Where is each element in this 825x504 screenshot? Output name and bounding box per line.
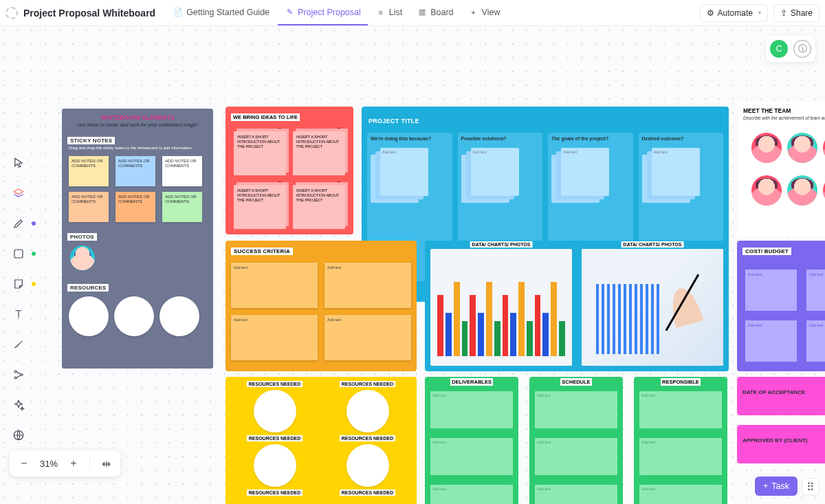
green-note[interactable]: Add text [535,391,617,428]
cost-note[interactable]: Add text [806,320,825,362]
cost-note[interactable]: Add text [745,270,797,311]
deliverables-panel[interactable]: DELIVERABLES Add text Add text Add text [425,377,518,504]
resource-header: RESOURCES NEEDED [340,490,395,496]
project-title-header: PROJECT TITLE [368,118,723,124]
zoom-value[interactable]: 31% [40,459,58,469]
text-tool[interactable] [11,307,26,322]
sticky-notes-header: STICKY NOTES [67,137,115,144]
team-avatar[interactable] [787,133,817,163]
board-icon: ▥ [417,8,427,17]
canvas[interactable]: C ⓘ − 31% + ⇹ + Task ⠿ WHITEBOARD ELEMEN… [0,26,825,504]
sticky-note-orange[interactable]: ADD NOTES OR COMMENTS [116,192,155,222]
svg-point-1 [14,371,16,373]
acceptance-panel[interactable]: DATE OF ACCEPTANCE [737,377,825,415]
charts-panel[interactable]: DATA/ CHARTS/ PHOTOS DATA/ CHARTS/ PHOTO… [425,241,729,371]
select-tool[interactable] [11,155,26,171]
sticky-note-white[interactable]: ADD NOTES OR COMMENTS [162,156,202,186]
cost-panel[interactable]: COST/ BUDGET Add text Add text Add text … [737,241,825,371]
tab-label: View [482,8,500,17]
tab-list[interactable]: ≡ List [369,1,409,25]
web-tool[interactable] [11,428,26,443]
green-note[interactable]: Add text [430,438,513,475]
approved-panel[interactable]: APPROVED BY (CLIENT) [737,425,825,463]
tab-add-view[interactable]: + View [462,1,507,25]
success-note[interactable]: Add text [324,315,411,360]
idea-note[interactable]: INSERT A SHORT INTRODUCTION ABOUT THE PR… [293,131,345,175]
team-subtitle: Describe with the achievement of team ac… [743,116,825,120]
sticky-note-peach[interactable]: ADD NOTES OR COMMENTS [69,192,109,222]
note-hint: Add text [380,148,428,196]
chart-box[interactable]: DATA/ CHARTS/ PHOTOS [579,243,726,369]
resource-circle[interactable] [346,390,389,432]
resource-circle[interactable] [160,296,199,336]
idea-note[interactable]: INSERT A SHORT INTRODUCTION ABOUT THE PR… [234,185,286,229]
column-header: The goals of the project? [551,136,630,141]
tab-label: Getting Started Guide [186,8,270,17]
relationship-tool[interactable] [11,367,26,382]
team-avatar[interactable] [787,175,817,206]
success-note[interactable]: Add text [231,315,318,360]
sticky-note-blue[interactable]: ADD NOTES OR COMMENTS [116,156,155,186]
success-note[interactable]: Add text [324,263,411,308]
resource-circle[interactable] [114,296,154,336]
sticky-note-green[interactable]: ADD NOTES OR COMMENTS [162,192,202,222]
chart-box[interactable]: DATA/ CHARTS/ PHOTOS [428,243,575,369]
green-note[interactable]: Add text [639,391,722,428]
pen-tool[interactable] [11,216,26,231]
info-button[interactable]: ⓘ [793,40,811,58]
sticky-note-yellow[interactable]: ADD NOTES OR COMMENTS [69,156,109,186]
ai-tool[interactable] [11,397,26,413]
user-avatar[interactable]: C [770,40,788,58]
tab-board[interactable]: ▥ Board [410,1,460,25]
team-avatar[interactable] [751,133,782,163]
tab-project-proposal[interactable]: ✎ Project Proposal [278,1,368,25]
plus-icon: + [469,8,478,17]
photo-placeholder[interactable] [70,245,95,270]
photos-header: PHOTOS [67,233,97,241]
sticky-tool[interactable] [11,276,26,292]
connector-tool[interactable] [11,337,26,352]
resource-circle[interactable] [69,296,109,336]
team-panel[interactable]: MEET THE TEAM Describe with the achievem… [738,102,825,237]
pen-icon [12,217,25,230]
green-note[interactable]: Add text [430,391,513,428]
resource-header: RESOURCES NEEDED [340,381,395,387]
green-note[interactable]: Add text [535,438,617,475]
share-button[interactable]: ⇪ Share [773,4,820,22]
template-tool[interactable] [11,186,26,201]
green-note[interactable]: Add text [639,485,722,504]
chart-header: DATA/ CHARTS/ PHOTOS [622,241,684,248]
doc-icon: 📄 [173,8,183,17]
schedule-header: SCHEDULE [560,378,591,386]
note-hint: Add text [561,148,609,196]
responsible-panel[interactable]: RESPONSIBLE Add text Add text Add text [634,377,727,504]
idea-note[interactable]: INSERT A SHORT INTRODUCTION ABOUT THE PR… [293,185,345,229]
zoom-out-button[interactable]: − [18,457,30,470]
schedule-panel[interactable]: SCHEDULE Add text Add text Add text [529,377,623,504]
success-note[interactable]: Add text [231,263,318,308]
automate-button[interactable]: ⚙ Automate ▾ [700,4,768,22]
stack-icon [12,187,25,199]
ideas-panel[interactable]: WE BRING IDEAS TO LIFE INSERT A SHORT IN… [226,107,353,234]
cost-note[interactable]: Add text [745,320,797,362]
shape-tool[interactable] [11,246,26,261]
svg-rect-0 [14,250,23,258]
resource-circle[interactable] [346,444,389,487]
elements-panel[interactable]: WHITEBOARD ELEMENTS Use these to create … [62,109,213,369]
cost-note[interactable]: Add text [806,270,825,311]
green-note[interactable]: Add text [639,438,722,475]
resources-panel[interactable]: RESOURCES NEEDED RESOURCES NEEDED RESOUR… [226,377,417,504]
chart-header: DATA/ CHARTS/ PHOTOS [470,241,533,248]
team-avatar[interactable] [751,175,782,206]
green-note[interactable]: Add text [430,485,513,504]
idea-note[interactable]: INSERT A SHORT INTRODUCTION ABOUT THE PR… [234,131,286,175]
automate-label: Automate [718,8,753,18]
success-panel[interactable]: SUCCESS CRITERIA Add text Add text Add t… [226,241,417,371]
tab-getting-started[interactable]: 📄 Getting Started Guide [166,1,276,25]
list-icon: ≡ [376,8,386,17]
chart-image [582,249,723,366]
responsible-header: RESPONSIBLE [661,378,701,386]
green-note[interactable]: Add text [535,485,617,504]
resource-circle[interactable] [254,390,296,432]
resource-circle[interactable] [254,444,296,487]
